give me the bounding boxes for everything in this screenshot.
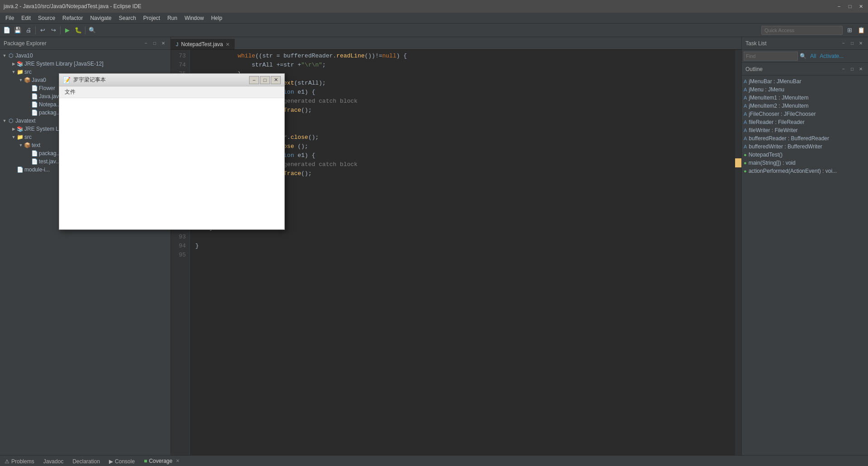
task-list-header: Task List − □ ✕ bbox=[742, 37, 868, 50]
task-search-btn[interactable]: 🔍 bbox=[800, 53, 807, 59]
outline-label-filewriter: fileWriter : FileWriter bbox=[749, 127, 797, 133]
expand-javatext[interactable]: ▼ bbox=[2, 119, 7, 123]
quick-access-icon-btn[interactable]: 📋 bbox=[856, 25, 866, 35]
expand-java0[interactable]: ▼ bbox=[18, 78, 24, 82]
editor-right-gutter bbox=[735, 50, 741, 455]
menu-refactor[interactable]: Refactor bbox=[59, 14, 86, 22]
pkg-minimize-btn[interactable]: − bbox=[142, 40, 150, 47]
expand-java10[interactable]: ▼ bbox=[2, 53, 7, 58]
toolbar-print-btn[interactable]: 🖨 bbox=[24, 25, 33, 35]
tab-problems[interactable]: ⚠ Problems bbox=[0, 456, 39, 466]
toolbar-run-btn[interactable]: ▶ bbox=[62, 25, 72, 35]
quick-access-menu-btn[interactable]: ⊞ bbox=[844, 25, 854, 35]
window-title: java.2 - Java10/src/Java0/NotepadTest.ja… bbox=[4, 3, 835, 10]
toolbar-search-btn[interactable]: 🔍 bbox=[87, 25, 97, 35]
expand-text[interactable]: ▼ bbox=[18, 143, 24, 147]
outline-close[interactable]: ✕ bbox=[857, 66, 864, 73]
pkg-close-btn[interactable]: ✕ bbox=[160, 40, 167, 47]
dialog-close-btn[interactable]: ✕ bbox=[271, 76, 281, 84]
bottom-tabs: ⚠ Problems Javadoc Declaration ▶ Console… bbox=[0, 456, 868, 466]
outline-item-jmenu[interactable]: A jMenu : JMenu bbox=[742, 86, 868, 94]
outline-label-jfilechooser: jFileChooser : JFileChooser bbox=[749, 111, 816, 117]
task-list-minimize[interactable]: − bbox=[840, 40, 847, 47]
src2-folder-icon: 📁 bbox=[16, 133, 24, 141]
package2-file-icon: 📄 bbox=[31, 150, 38, 157]
dialog-icon: 📝 bbox=[63, 76, 71, 84]
tab-javadoc-label: Javadoc bbox=[43, 458, 64, 465]
outline-field-icon-3: A bbox=[744, 95, 747, 100]
dialog-menu-file[interactable]: 文件 bbox=[61, 87, 79, 97]
outline-label-jmenu: jMenu : JMenu bbox=[749, 86, 784, 93]
outline-label-jmenuitem1: jMenuItem1 : JMenuItem bbox=[749, 95, 808, 101]
outline-field-icon-5: A bbox=[744, 111, 747, 117]
tree-item-jre[interactable]: ▶ 📚 JRE System Library [JavaSE-12] bbox=[0, 60, 170, 68]
menu-edit[interactable]: Edit bbox=[18, 14, 34, 22]
outline-label-constructor: NotepadTest() bbox=[749, 152, 783, 158]
outline-item-jmenuitem2[interactable]: A jMenuItem2 : JMenuItem bbox=[742, 102, 868, 110]
menu-window[interactable]: Window bbox=[181, 14, 208, 22]
task-find-input[interactable] bbox=[744, 52, 798, 61]
dialog-minimize-btn[interactable]: − bbox=[249, 76, 259, 84]
dialog-content[interactable] bbox=[59, 98, 284, 229]
editor-tab-notepadtest[interactable]: J NotepadTest.java ✕ bbox=[171, 39, 235, 49]
menu-file[interactable]: File bbox=[2, 14, 18, 22]
expand-jre2[interactable]: ▶ bbox=[11, 127, 16, 131]
toolbar-new-btn[interactable]: 📄 bbox=[2, 25, 12, 35]
tab-close-btn[interactable]: ✕ bbox=[226, 42, 230, 48]
window-maximize-btn[interactable]: □ bbox=[846, 3, 854, 10]
menu-source[interactable]: Source bbox=[34, 14, 59, 22]
tree-label-testjava: test.jav... bbox=[39, 158, 60, 165]
task-activate-label[interactable]: Activate... bbox=[820, 53, 844, 59]
tab-label: NotepadTest.java bbox=[181, 41, 223, 48]
outline-item-bufferedwriter[interactable]: A bufferedWriter : BufferedWriter bbox=[742, 143, 868, 151]
toolbar-undo-btn[interactable]: ↩ bbox=[38, 25, 47, 35]
toolbar-redo-btn[interactable]: ↪ bbox=[48, 25, 58, 35]
pkg-maximize-btn[interactable]: □ bbox=[151, 40, 158, 47]
outline-item-jmenubar[interactable]: A jMenuBar : JMenuBar bbox=[742, 77, 868, 86]
testjava-file-icon: 📄 bbox=[31, 158, 38, 165]
tree-item-java10[interactable]: ▼ ⬡ Java10 bbox=[0, 52, 170, 60]
tree-label-text: text bbox=[32, 142, 40, 148]
outline-maximize[interactable]: □ bbox=[849, 66, 856, 73]
quick-access-input[interactable] bbox=[761, 26, 843, 35]
window-close-btn[interactable]: ✕ bbox=[857, 3, 864, 10]
expand-src2[interactable]: ▼ bbox=[11, 135, 16, 139]
outline-field-icon-8: A bbox=[744, 136, 747, 141]
notepad-dialog: 📝 罗宇梁记事本 − □ ✕ 文件 bbox=[59, 73, 285, 230]
outline-item-notepadtest-constructor[interactable]: ● NotepadTest() bbox=[742, 151, 868, 159]
task-list-close[interactable]: ✕ bbox=[857, 40, 864, 47]
outline-item-action-performed[interactable]: ● actionPerformed(ActionEvent) : voi... bbox=[742, 167, 868, 175]
menu-run[interactable]: Run bbox=[164, 14, 181, 22]
menu-help[interactable]: Help bbox=[208, 14, 226, 22]
tab-coverage-icon: ■ bbox=[144, 458, 147, 464]
tab-javadoc[interactable]: Javadoc bbox=[39, 456, 68, 466]
menu-project[interactable]: Project bbox=[140, 14, 164, 22]
menu-navigate[interactable]: Navigate bbox=[86, 14, 115, 22]
module-file-icon: 📄 bbox=[16, 166, 24, 173]
notepad-file-icon: 📄 bbox=[31, 101, 38, 108]
expand-jre[interactable]: ▶ bbox=[11, 62, 16, 66]
toolbar-save-btn[interactable]: 💾 bbox=[13, 25, 23, 35]
dialog-title: 📝 罗宇梁记事本 bbox=[63, 76, 248, 84]
expand-src[interactable]: ▼ bbox=[11, 70, 16, 74]
outline-item-jmenuitem1[interactable]: A jMenuItem1 : JMenuItem bbox=[742, 94, 868, 102]
outline-item-filewriter[interactable]: A fileWriter : FileWriter bbox=[742, 126, 868, 134]
package-explorer-header: Package Explorer − □ ✕ bbox=[0, 37, 170, 50]
outline-field-icon-2: A bbox=[744, 87, 747, 92]
window-minimize-btn[interactable]: − bbox=[835, 3, 843, 10]
outline-item-bufferedreader[interactable]: A bufferedReader : BufferedReader bbox=[742, 134, 868, 143]
dialog-maximize-btn[interactable]: □ bbox=[260, 76, 270, 84]
toolbar-debug-btn[interactable]: 🐛 bbox=[73, 25, 83, 35]
outline-item-filereader[interactable]: A fileReader : FileReader bbox=[742, 118, 868, 126]
outline-method-icon-3: ● bbox=[744, 168, 747, 174]
task-list-maximize[interactable]: □ bbox=[849, 40, 856, 47]
tab-coverage[interactable]: ■ Coverage ✕ bbox=[139, 456, 184, 466]
menu-search[interactable]: Search bbox=[115, 14, 140, 22]
tab-declaration[interactable]: Declaration bbox=[68, 456, 104, 466]
outline-item-jfilechooser[interactable]: A jFileChooser : JFileChooser bbox=[742, 110, 868, 118]
package-icon: 📦 bbox=[24, 76, 31, 84]
outline-item-main[interactable]: ● main(String[]) : void bbox=[742, 159, 868, 167]
tab-coverage-close[interactable]: ✕ bbox=[176, 458, 179, 463]
outline-minimize[interactable]: − bbox=[840, 66, 847, 73]
tab-console[interactable]: ▶ Console bbox=[104, 456, 139, 466]
